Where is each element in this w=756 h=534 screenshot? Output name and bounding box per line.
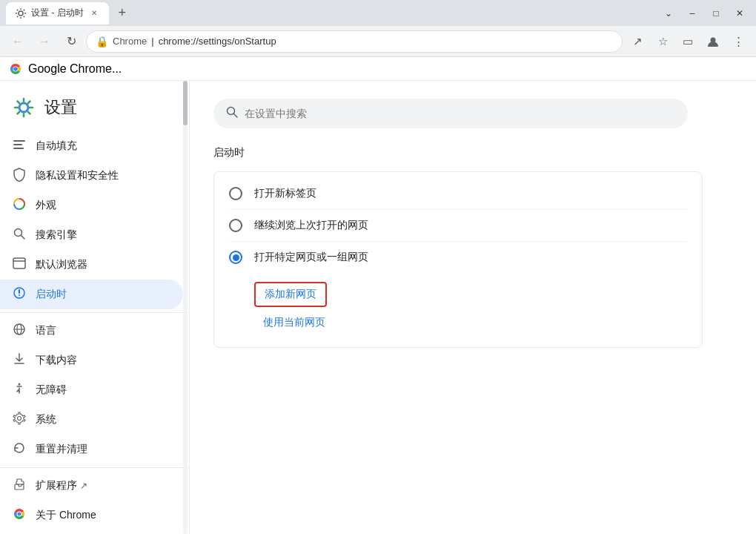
search-bar-icon xyxy=(225,105,239,122)
svg-rect-23 xyxy=(15,484,24,490)
option-new-tab[interactable]: 打开新标签页 xyxy=(214,178,702,209)
autofill-icon xyxy=(12,137,27,156)
scroll-thumb xyxy=(183,81,188,125)
tab-title: 设置 - 启动时 xyxy=(31,7,84,19)
share-button[interactable]: ↗ xyxy=(626,30,649,53)
downloads-label: 下载内容 xyxy=(36,354,77,367)
address-bar[interactable]: 🔒 Chrome | chrome://settings/onStartup xyxy=(86,30,623,53)
sidebar-item-privacy[interactable]: 隐私设置和安全性 xyxy=(0,161,183,191)
navbar: ← → ↻ 🔒 Chrome | chrome://settings/onSta… xyxy=(0,26,756,57)
section-title: 启动时 xyxy=(213,146,732,159)
profile-icon xyxy=(706,35,720,48)
tab-favicon xyxy=(15,7,27,19)
use-current-link[interactable]: 使用当前网页 xyxy=(263,313,325,332)
svg-point-6 xyxy=(19,103,28,112)
sidebar-item-accessibility[interactable]: 无障碍 xyxy=(0,375,183,405)
option-specific-label: 打开特定网页或一组网页 xyxy=(254,251,368,264)
sidebar-item-reset[interactable]: 重置并清理 xyxy=(0,435,183,464)
address-path: chrome://settings/onStartup xyxy=(159,36,276,47)
appearance-icon xyxy=(12,197,27,215)
option-new-tab-label: 打开新标签页 xyxy=(254,187,316,200)
refresh-button[interactable]: ↻ xyxy=(59,30,83,53)
active-tab[interactable]: 设置 - 启动时 ✕ xyxy=(6,2,109,24)
sidebar-item-autofill[interactable]: 自动填充 xyxy=(0,131,183,161)
content-area: 启动时 打开新标签页 继续浏览上次打开的网页 打开 xyxy=(190,81,756,534)
back-button[interactable]: ← xyxy=(6,30,30,53)
tab-strip-button[interactable]: ▭ xyxy=(676,30,700,53)
radio-new-tab[interactable] xyxy=(229,187,242,200)
nav-actions: ↗ ☆ ▭ ⋮ xyxy=(626,30,750,53)
sidebar-item-extensions[interactable]: 扩展程序 ↗ xyxy=(0,471,183,501)
extensions-icon xyxy=(12,477,27,495)
svg-rect-7 xyxy=(13,140,25,142)
browser-icon xyxy=(12,256,27,274)
sidebar-item-search[interactable]: 搜索引擎 xyxy=(0,220,183,250)
radio-continue[interactable] xyxy=(229,219,242,232)
titlebar-chevron-button[interactable]: ⌄ xyxy=(658,3,679,24)
svg-point-16 xyxy=(19,294,20,296)
close-button[interactable]: ✕ xyxy=(729,3,750,24)
search-bar[interactable] xyxy=(213,99,688,128)
external-link-icon: ↗ xyxy=(80,481,87,491)
sidebar: 设置 自动填充 隐私设置和安全性 外观 搜索引擎 xyxy=(0,81,190,534)
minimize-button[interactable]: – xyxy=(682,3,703,24)
privacy-icon xyxy=(12,167,27,185)
svg-point-0 xyxy=(19,11,23,16)
profile-button[interactable] xyxy=(701,30,725,53)
language-icon xyxy=(12,322,27,340)
svg-point-5 xyxy=(13,67,18,71)
security-icon: 🔒 xyxy=(96,36,108,47)
search-input[interactable] xyxy=(245,108,676,119)
svg-point-22 xyxy=(18,416,21,420)
scroll-track xyxy=(183,81,188,534)
svg-rect-9 xyxy=(13,148,24,149)
tab-close-button[interactable]: ✕ xyxy=(88,7,100,19)
extensions-label: 扩展程序 xyxy=(36,479,77,492)
search-icon xyxy=(12,226,27,245)
sidebar-item-browser[interactable]: 默认浏览器 xyxy=(0,250,183,280)
sidebar-item-startup[interactable]: 启动时 xyxy=(0,280,183,309)
appearance-label: 外观 xyxy=(36,199,56,212)
new-tab-button[interactable]: + xyxy=(112,3,133,24)
accessibility-label: 无障碍 xyxy=(36,383,67,397)
settings-title: 设置 xyxy=(44,96,77,119)
svg-point-21 xyxy=(19,383,21,385)
language-label: 语言 xyxy=(36,324,56,337)
browser-label: 默认浏览器 xyxy=(36,258,87,271)
privacy-label: 隐私设置和安全性 xyxy=(36,169,119,182)
google-chrome-logo xyxy=(9,62,22,76)
extensions-item-inner: 扩展程序 ↗ xyxy=(36,479,87,492)
bookmark-button[interactable]: ☆ xyxy=(651,30,674,53)
add-new-page-link[interactable]: 添加新网页 xyxy=(254,282,327,307)
maximize-button[interactable]: □ xyxy=(706,3,726,24)
titlebar: 设置 - 启动时 ✕ + ⌄ – □ ✕ xyxy=(0,0,756,26)
sidebar-item-downloads[interactable]: 下载内容 xyxy=(0,346,183,375)
system-label: 系统 xyxy=(36,413,56,426)
downloads-icon xyxy=(12,352,27,370)
sidebar-item-appearance[interactable]: 外观 xyxy=(0,191,183,220)
svg-line-28 xyxy=(233,113,237,117)
main-layout: 设置 自动填充 隐私设置和安全性 外观 搜索引擎 xyxy=(0,81,756,534)
about-label: 关于 Chrome xyxy=(36,509,96,522)
startup-icon xyxy=(12,286,27,304)
titlebar-left: 设置 - 启动时 ✕ + xyxy=(6,2,133,24)
settings-logo xyxy=(12,96,36,119)
radio-specific[interactable] xyxy=(229,251,242,264)
sidebar-item-language[interactable]: 语言 xyxy=(0,316,183,346)
system-icon xyxy=(12,411,27,429)
option-specific[interactable]: 打开特定网页或一组网页 xyxy=(214,242,702,273)
option-continue[interactable]: 继续浏览上次打开的网页 xyxy=(214,210,702,241)
option-continue-label: 继续浏览上次打开的网页 xyxy=(254,219,368,232)
startup-label: 启动时 xyxy=(36,288,67,301)
svg-line-12 xyxy=(21,235,25,239)
menu-button[interactable]: ⋮ xyxy=(726,30,750,53)
forward-button[interactable]: → xyxy=(33,30,56,53)
sidebar-item-about[interactable]: 关于 Chrome xyxy=(0,501,183,530)
search-label: 搜索引擎 xyxy=(36,228,77,242)
radio-specific-inner xyxy=(233,254,239,261)
sidebar-scrollbar[interactable] xyxy=(183,81,188,534)
sidebar-item-system[interactable]: 系统 xyxy=(0,405,183,435)
chrome-bar-text: Google Chrome... xyxy=(28,62,122,76)
svg-rect-13 xyxy=(13,258,25,268)
svg-point-26 xyxy=(18,512,21,515)
